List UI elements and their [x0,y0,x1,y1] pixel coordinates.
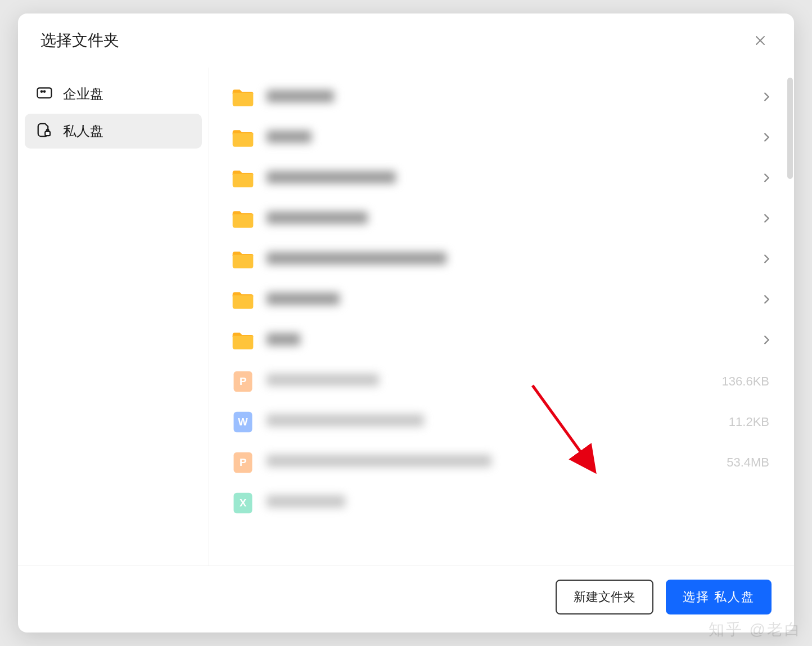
content-area: P136.6KBW11.2KBP53.4MBX [209,68,794,566]
chevron-right-icon [760,212,773,227]
ppt-file-icon: P [231,369,255,394]
svg-text:W: W [238,416,248,428]
folder-row[interactable] [209,78,794,118]
chevron-right-icon [760,131,773,146]
modal-body: 企业盘 私人盘 P136.6KBW11.2KBP53.4MBX [18,68,794,566]
sidebar: 企业盘 私人盘 [18,68,209,566]
folder-icon [231,167,255,191]
sidebar-item-label: 私人盘 [63,122,103,140]
folder-icon [231,288,255,313]
file-size: 11.2KB [729,415,769,429]
folder-row[interactable] [209,199,794,240]
modal-header: 选择文件夹 [18,14,794,68]
folder-icon [231,207,255,232]
file-name [267,131,749,146]
file-row: W11.2KB [209,402,794,442]
select-button[interactable]: 选择 私人盘 [666,580,772,614]
folder-icon [231,329,255,353]
chevron-right-icon [760,172,773,186]
folder-row[interactable] [209,240,794,280]
chevron-right-icon [760,293,773,308]
file-name [267,495,773,511]
folder-icon [231,86,255,110]
file-name [267,293,749,308]
svg-point-3 [41,91,43,92]
sidebar-item-label: 企业盘 [63,85,103,103]
folder-row[interactable] [209,159,794,199]
doc-file-icon: W [231,410,255,434]
xls-file-icon: X [231,491,255,515]
ppt-file-icon: P [231,450,255,475]
folder-icon [231,248,255,272]
scrollbar-thumb[interactable] [787,78,793,179]
new-folder-button[interactable]: 新建文件夹 [556,580,653,614]
private-disk-icon [36,122,53,141]
chevron-right-icon [760,334,773,348]
chevron-right-icon [760,253,773,267]
file-list[interactable]: P136.6KBW11.2KBP53.4MBX [209,68,794,566]
file-name [267,212,749,227]
file-name [267,414,718,430]
file-name [267,252,749,268]
file-name [267,333,749,349]
file-size: 136.6KB [722,374,769,389]
file-row: X [209,483,794,523]
file-row: P53.4MB [209,442,794,483]
modal-title: 选择文件夹 [40,30,119,51]
svg-text:X: X [240,497,247,509]
sidebar-item-private-disk[interactable]: 私人盘 [25,114,202,149]
svg-text:P: P [240,375,246,387]
close-button[interactable] [749,29,772,52]
file-name [267,171,749,187]
folder-row[interactable] [209,280,794,321]
chevron-right-icon [760,91,773,105]
close-icon [754,34,767,47]
file-row: P136.6KB [209,361,794,402]
enterprise-disk-icon [36,84,53,104]
svg-rect-2 [38,88,52,98]
folder-row[interactable] [209,118,794,159]
select-folder-modal: 选择文件夹 企业盘 私人盘 P136.6KBW11.2KBP53.4MBX [18,14,794,632]
folder-row[interactable] [209,321,794,361]
svg-point-4 [44,91,46,92]
file-size: 53.4MB [727,455,769,470]
file-name [267,455,715,470]
svg-rect-5 [45,132,50,136]
file-name [267,374,711,389]
sidebar-item-enterprise-disk[interactable]: 企业盘 [25,77,202,111]
folder-icon [231,126,255,151]
modal-footer: 新建文件夹 选择 私人盘 [18,566,794,632]
file-name [267,90,749,106]
svg-text:P: P [240,456,246,468]
